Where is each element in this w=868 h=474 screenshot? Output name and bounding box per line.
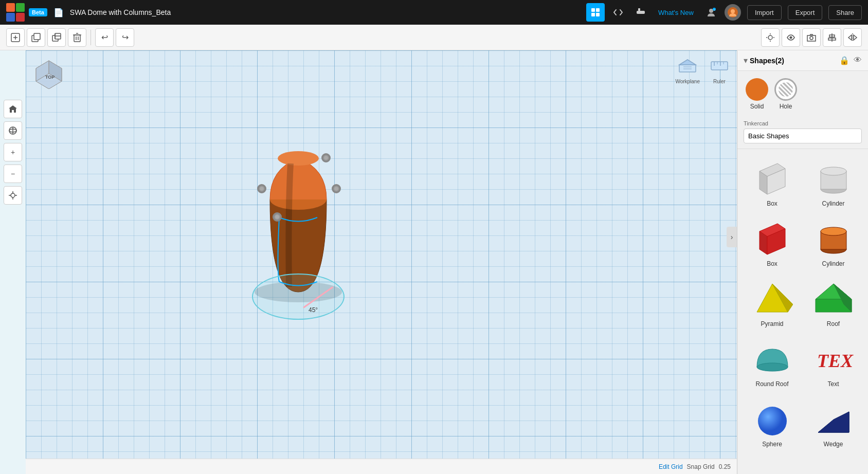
- hole-label: Hole: [780, 103, 792, 110]
- shape-name-box-gray: Box: [767, 200, 777, 207]
- ruler-button[interactable]: Ruler: [706, 54, 733, 86]
- document-icon: 📄: [53, 8, 64, 17]
- toolbar-divider: [91, 30, 91, 45]
- handle-mid-right[interactable]: [332, 184, 341, 193]
- expand-panel-button[interactable]: ›: [727, 227, 737, 247]
- svg-point-82: [758, 407, 787, 435]
- code-view-button[interactable]: [609, 3, 627, 22]
- redo-button[interactable]: ↪: [116, 28, 134, 47]
- svg-text:TEXT: TEXT: [817, 351, 854, 371]
- shapes-panel: ▾ Shapes(2) 🔒 👁 Solid Hole Tinkercad Bas…: [737, 50, 868, 474]
- shape-item-pyramid[interactable]: Pyramid: [744, 276, 801, 332]
- svg-marker-37: [854, 35, 857, 40]
- user-icon-button[interactable]: +: [702, 3, 720, 22]
- edit-toolbar: ↩ ↪: [0, 25, 868, 50]
- cylinder-gray-image: [810, 159, 857, 198]
- handle-top-right[interactable]: [321, 153, 331, 162]
- avatar-button[interactable]: [725, 4, 741, 21]
- handle-mid-left[interactable]: [257, 184, 266, 193]
- svg-point-25: [768, 35, 772, 40]
- home-view-button[interactable]: [4, 100, 22, 118]
- lock-icon[interactable]: 🔒: [839, 56, 849, 65]
- svg-rect-1: [596, 8, 600, 12]
- align-button[interactable]: [823, 28, 841, 47]
- svg-point-45: [278, 151, 319, 166]
- hole-option[interactable]: Hole: [774, 78, 797, 110]
- text-image: TEXT: [810, 340, 857, 378]
- svg-marker-85: [818, 412, 849, 432]
- new-button[interactable]: [6, 28, 25, 47]
- svg-rect-20: [74, 35, 80, 42]
- shape-item-text[interactable]: TEXT Text: [805, 336, 862, 392]
- shape-item-sphere[interactable]: Sphere: [744, 396, 801, 452]
- handle-lower-left[interactable]: [273, 212, 282, 222]
- whats-new-link[interactable]: What's New: [658, 9, 694, 16]
- shape-item-cylinder-orange[interactable]: Cylinder: [805, 215, 862, 271]
- svg-rect-4: [637, 11, 645, 14]
- hole-circle: [774, 78, 797, 101]
- grid-view-button[interactable]: [586, 3, 605, 22]
- shape-name-text: Text: [827, 380, 839, 388]
- shape-name-roof: Roof: [827, 320, 840, 327]
- eye-icon[interactable]: 👁: [854, 56, 862, 65]
- category-select[interactable]: Basic Shapes: [744, 129, 862, 143]
- zoom-out-button[interactable]: −: [4, 165, 22, 183]
- rotation-ring: [252, 274, 345, 320]
- zoom-in-button[interactable]: +: [4, 143, 22, 161]
- import-button[interactable]: Import: [747, 5, 782, 20]
- svg-marker-36: [848, 35, 852, 40]
- svg-point-49: [11, 193, 15, 197]
- solid-option[interactable]: Solid: [746, 78, 768, 110]
- mirror-button[interactable]: [843, 28, 862, 47]
- svg-point-68: [821, 167, 846, 175]
- shape-item-roof[interactable]: Roof: [805, 276, 862, 332]
- workplane-button[interactable]: Workplane: [671, 54, 704, 86]
- project-title: SWA Dome with Columns_Beta: [70, 8, 171, 16]
- shape-item-cylinder-gray[interactable]: Cylinder: [805, 155, 862, 211]
- grid-major: [26, 50, 737, 474]
- undo-button[interactable]: ↩: [95, 28, 114, 47]
- light-button[interactable]: [761, 28, 780, 47]
- shape-item-round-roof[interactable]: Round Roof: [744, 336, 801, 392]
- svg-rect-5: [638, 8, 640, 11]
- svg-point-31: [810, 37, 813, 40]
- beta-badge: Beta: [29, 8, 47, 16]
- ruler-label: Ruler: [713, 79, 726, 84]
- shape-item-box-gray[interactable]: Box: [744, 155, 801, 211]
- shape-item-wedge[interactable]: Wedge: [805, 396, 862, 452]
- 3d-object-container[interactable]: 45°: [242, 117, 355, 304]
- copy-button[interactable]: [27, 28, 45, 47]
- workplane-icon: [678, 57, 697, 78]
- duplicate-button[interactable]: [47, 28, 66, 47]
- delete-button[interactable]: [68, 28, 86, 47]
- logo-i: [16, 3, 25, 12]
- view-cube[interactable]: TOP: [31, 56, 64, 89]
- orbit-button[interactable]: [4, 121, 22, 140]
- category-label: Tinkercad: [744, 120, 862, 126]
- svg-rect-15: [34, 33, 40, 40]
- export-button[interactable]: Export: [788, 5, 823, 20]
- wedge-image: [810, 400, 857, 439]
- solid-circle: [746, 78, 768, 101]
- topbar: Beta 📄 SWA Dome with Columns_Beta What's…: [0, 0, 868, 25]
- cylinder-orange-image: [810, 220, 857, 258]
- shapes-title: Shapes(2): [750, 57, 839, 65]
- view-mode-button[interactable]: [782, 28, 800, 47]
- canvas-area[interactable]: TOP 45°: [26, 50, 737, 474]
- shapes-header: ▾ Shapes(2) 🔒 👁: [737, 50, 868, 71]
- blocks-view-button[interactable]: [631, 3, 650, 22]
- shape-item-box-red[interactable]: Box: [744, 215, 801, 271]
- shapes-icons: 🔒 👁: [839, 56, 862, 65]
- edit-grid-label[interactable]: Edit Grid: [659, 463, 683, 470]
- shape-name-round-roof: Round Roof: [755, 380, 788, 388]
- svg-rect-0: [591, 8, 595, 12]
- share-button[interactable]: Share: [828, 5, 862, 20]
- shape-name-cylinder-gray: Cylinder: [822, 200, 844, 207]
- camera-button[interactable]: [802, 28, 821, 47]
- svg-point-80: [757, 363, 788, 371]
- pyramid-image: [749, 280, 795, 318]
- svg-point-30: [790, 36, 792, 39]
- collapse-shapes-button[interactable]: ▾: [744, 56, 748, 65]
- fit-view-button[interactable]: [4, 186, 22, 205]
- solid-label: Solid: [750, 103, 764, 110]
